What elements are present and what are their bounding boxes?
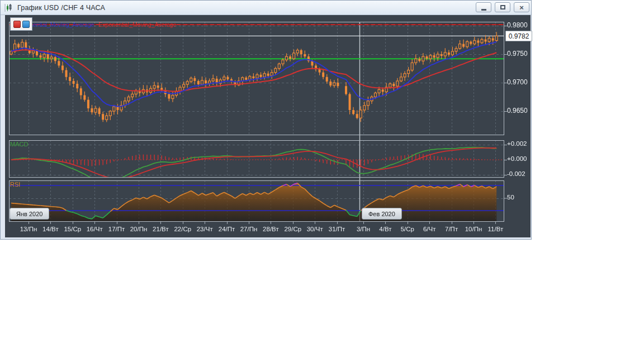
price-tick-label: 0.9800 <box>507 21 528 29</box>
macd-tick-label: -0.002 <box>507 170 525 177</box>
price-tick-label: 0.9700 <box>507 78 528 86</box>
date-label: 20/Пн <box>130 226 148 232</box>
date-label: 7/Пт <box>445 226 458 232</box>
price-tick-label: 0.9650 <box>507 107 528 115</box>
date-label: 15/Ср <box>64 226 81 232</box>
current-price-box: 0.9782 <box>505 31 532 41</box>
date-label: 29/Ср <box>284 226 301 232</box>
red-indicator-button[interactable] <box>13 21 21 28</box>
date-label: 27/Пн <box>240 226 258 232</box>
month-badge-january[interactable]: Янв 2020 <box>10 208 49 220</box>
date-label: 16/Чт <box>87 226 103 232</box>
date-label: 6/Чт <box>423 226 436 232</box>
date-label: 24/Пт <box>219 226 235 232</box>
month-badge-february[interactable]: Фев 2020 <box>362 208 402 220</box>
date-label: 23/Чт <box>197 226 213 232</box>
chart-canvas[interactable] <box>5 15 531 237</box>
macd-tick-label: +0.002 <box>507 140 527 147</box>
date-label: 11/Вт <box>488 226 504 232</box>
date-label: 17/Пт <box>108 226 125 232</box>
date-label: 13/Пн <box>20 226 37 232</box>
chart-area <box>5 15 531 237</box>
macd-pane-label: MACD <box>10 141 28 147</box>
date-label: 30/Чт <box>307 226 323 232</box>
date-label: 3/Пн <box>357 226 370 232</box>
close-icon: × <box>519 4 524 11</box>
date-label: 14/Вт <box>42 226 59 232</box>
chart-window: График USD /CHF 4 ЧАСА × Exponential_Mov… <box>0 0 532 240</box>
price-tick-label: 0.9750 <box>507 50 528 58</box>
window-title: График USD /CHF 4 ЧАСА <box>17 4 105 12</box>
restore-icon <box>500 5 505 9</box>
rsi-pane-label: RSI <box>10 181 20 188</box>
date-label: 21/Вт <box>153 226 169 232</box>
minimize-button[interactable] <box>476 2 491 12</box>
indicator-legend: Exponential_Moving_Average Exponential_M… <box>16 21 177 28</box>
close-button[interactable]: × <box>514 2 529 12</box>
restore-button[interactable] <box>495 2 510 12</box>
rsi-tick-label: 50 <box>507 194 514 201</box>
blue-indicator-button[interactable] <box>22 21 30 28</box>
titlebar[interactable]: График USD /CHF 4 ЧАСА × <box>1 1 531 15</box>
macd-tick-label: +0.000 <box>507 155 527 162</box>
date-label: 4/Вт <box>379 226 391 232</box>
legend-ema-slow: Exponential_Moving_Average <box>98 21 176 28</box>
date-label: 31/Пт <box>329 226 345 232</box>
date-label: 5/Ср <box>401 226 414 232</box>
candlestick-chart-icon <box>4 3 13 12</box>
date-label: 22/Ср <box>174 226 191 232</box>
minimize-icon <box>481 9 486 11</box>
indicator-buttons-panel <box>10 17 32 31</box>
date-label: 28/Вт <box>263 226 279 232</box>
date-label: 10/Пн <box>465 226 482 232</box>
